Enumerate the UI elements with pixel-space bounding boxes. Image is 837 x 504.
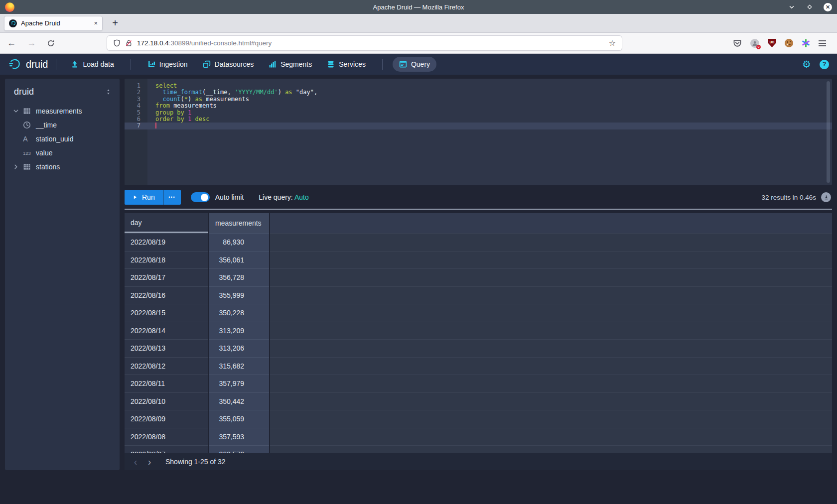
cell-day[interactable]: 2022/08/17 — [125, 268, 208, 286]
cell-measurements[interactable]: 357,593 — [209, 428, 269, 446]
table-row: 2022/08/14313,209 — [125, 322, 832, 340]
cell-measurements[interactable]: 356,728 — [209, 268, 269, 286]
browser-tab[interactable]: Apache Druid × — [4, 16, 103, 31]
nav-item-label: Load data — [83, 60, 114, 68]
druid-brand[interactable]: druid — [8, 58, 48, 71]
nav-item-ingestion[interactable]: Ingestion — [141, 57, 194, 72]
help-icon[interactable]: ? — [820, 60, 829, 69]
column-header-day[interactable]: day — [125, 213, 208, 233]
account-icon[interactable]: ✕ — [750, 39, 759, 48]
double-caret-icon — [105, 89, 112, 95]
table-row: 2022/08/07360,570 — [125, 445, 832, 453]
ingestion-icon — [147, 60, 155, 68]
new-tab-button[interactable]: + — [108, 16, 123, 31]
results-table: day measurements 2022/08/1986,9302022/08… — [125, 213, 832, 453]
nav-item-label: Segments — [280, 60, 312, 68]
druid-nav: Load dataIngestionDatasourcesSegmentsSer… — [64, 57, 436, 72]
reload-button[interactable] — [47, 39, 55, 47]
chevron-down-icon[interactable] — [13, 108, 23, 114]
tree-item-value[interactable]: 123value — [11, 146, 114, 160]
cell-measurements[interactable]: 313,206 — [209, 339, 269, 357]
code-text: count(*) as measurements — [147, 96, 249, 103]
cell-measurements[interactable]: 350,442 — [209, 392, 269, 410]
lock-broken-icon[interactable] — [125, 39, 133, 47]
cell-day[interactable]: 2022/08/09 — [125, 410, 208, 428]
tree-item-label: value — [36, 149, 52, 157]
editor-scrollbar[interactable] — [827, 81, 830, 183]
cell-day[interactable]: 2022/08/11 — [125, 375, 208, 392]
url-bar[interactable]: 172.18.0.4:30899/unified-console.html#qu… — [107, 35, 622, 51]
tab-close-icon[interactable]: × — [94, 19, 98, 27]
next-page-button[interactable]: › — [142, 455, 156, 469]
tree-item-measurements[interactable]: measurements — [11, 104, 114, 118]
back-button[interactable]: ← — [7, 38, 16, 48]
extension-asterisk-icon[interactable] — [802, 39, 810, 47]
cell-measurements[interactable]: 86,930 — [209, 233, 269, 251]
ublock-icon[interactable]: UO — [768, 39, 776, 47]
cell-day[interactable]: 2022/08/18 — [125, 251, 208, 269]
forward-button[interactable]: → — [27, 38, 36, 48]
cookie-extension-icon[interactable] — [785, 39, 793, 47]
column-header-measurements[interactable]: measurements — [209, 213, 269, 233]
table-row: 2022/08/13313,206 — [125, 339, 832, 357]
download-button[interactable] — [821, 192, 831, 202]
nav-item-datasources[interactable]: Datasources — [196, 57, 261, 72]
cell-measurements[interactable]: 315,682 — [209, 357, 269, 375]
cell-measurements[interactable]: 355,059 — [209, 410, 269, 428]
auto-limit-toggle[interactable] — [191, 192, 210, 202]
pane-splitter[interactable] — [125, 209, 832, 210]
shield-icon[interactable] — [113, 39, 121, 47]
run-more-button[interactable]: ••• — [163, 190, 181, 205]
nav-item-services[interactable]: Services — [320, 57, 372, 72]
tree-item--time[interactable]: __time — [11, 118, 114, 132]
cell-day[interactable]: 2022/08/15 — [125, 304, 208, 322]
cell-day[interactable]: 2022/08/07 — [125, 445, 208, 453]
services-icon — [327, 60, 335, 68]
run-button[interactable]: Run — [125, 190, 163, 205]
nav-item-query[interactable]: Query — [393, 57, 436, 72]
nav-item-segments[interactable]: Segments — [262, 57, 318, 72]
cell-measurements[interactable]: 360,570 — [209, 445, 269, 453]
string-icon: A — [23, 135, 36, 143]
bookmark-star-icon[interactable]: ☆ — [609, 38, 616, 48]
gear-icon[interactable]: ⚙ — [802, 59, 811, 69]
clock-icon — [23, 121, 36, 129]
previous-page-button[interactable]: ‹ — [129, 455, 142, 469]
menu-icon[interactable] — [819, 40, 826, 46]
cell-day[interactable]: 2022/08/13 — [125, 339, 208, 357]
cell-measurements[interactable]: 357,979 — [209, 375, 269, 392]
cell-measurements[interactable]: 350,228 — [209, 304, 269, 322]
tab-bar: Apache Druid × + — [0, 14, 837, 33]
account-error-badge: ✕ — [756, 45, 761, 49]
code-text: time_format(__time, 'YYYY/MM/dd') as "da… — [147, 89, 317, 96]
datasource-selector[interactable]: druid — [11, 86, 114, 104]
cell-day[interactable]: 2022/08/12 — [125, 357, 208, 375]
run-bar: Run ••• Auto limit Live query: Auto 32 r… — [125, 188, 832, 206]
tree-item-station-uuid[interactable]: Astation_uuid — [11, 132, 114, 146]
row-filler — [270, 339, 832, 357]
cell-measurements[interactable]: 356,061 — [209, 251, 269, 269]
sql-editor[interactable]: 1select2 time_format(__time, 'YYYY/MM/dd… — [125, 79, 832, 185]
pocket-icon[interactable] — [733, 39, 742, 48]
table-row: 2022/08/18356,061 — [125, 251, 832, 269]
window-maximize-button[interactable] — [806, 3, 814, 11]
table-header-row: day measurements — [125, 213, 832, 233]
auto-limit-label: Auto limit — [215, 193, 244, 201]
window-minimize-button[interactable] — [788, 3, 796, 11]
cell-day[interactable]: 2022/08/10 — [125, 392, 208, 410]
nav-item-load-data[interactable]: Load data — [64, 57, 120, 72]
line-number: 1 — [125, 83, 147, 89]
line-number: 4 — [125, 103, 147, 109]
cell-measurements[interactable]: 313,209 — [209, 322, 269, 340]
cell-day[interactable]: 2022/08/14 — [125, 322, 208, 340]
tree-item-stations[interactable]: stations — [11, 160, 114, 174]
cell-day[interactable]: 2022/08/08 — [125, 428, 208, 446]
cell-day[interactable]: 2022/08/19 — [125, 233, 208, 251]
tree-item-label: station_uuid — [36, 135, 74, 143]
druid-favicon-icon — [9, 19, 17, 27]
window-close-button[interactable]: ✕ — [824, 3, 832, 11]
cell-measurements[interactable]: 355,999 — [209, 286, 269, 304]
live-query-selector[interactable]: Live query: Auto — [259, 193, 308, 201]
cell-day[interactable]: 2022/08/16 — [125, 286, 208, 304]
chevron-right-icon[interactable] — [13, 164, 23, 170]
